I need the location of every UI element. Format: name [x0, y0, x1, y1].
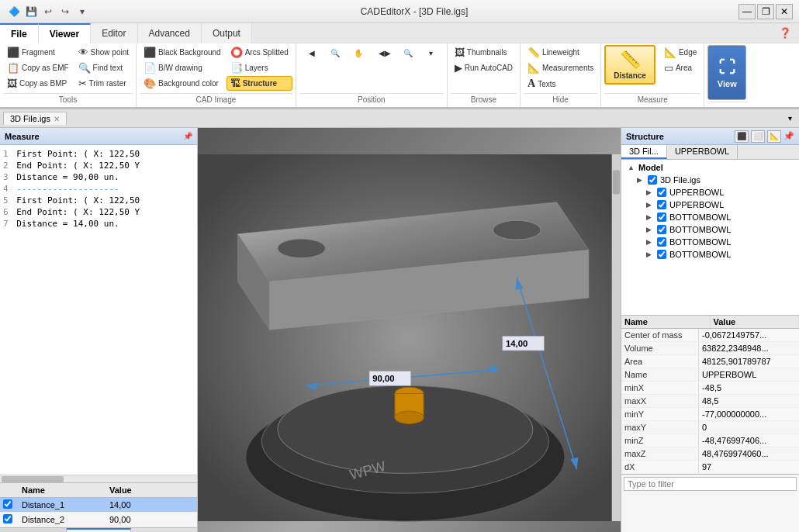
tab-properties[interactable]: ⚙ Properties [0, 528, 67, 532]
filter-input[interactable] [624, 477, 797, 491]
structure-panel: Structure ⬛ ⬜ 📐 📌 3D Fil... UPPERBOWL ▲ … [621, 128, 799, 532]
struct-tab-upper[interactable]: UPPERBOWL [667, 145, 738, 159]
tab-advanced[interactable]: Advanced [138, 23, 202, 43]
row1-checkbox[interactable] [3, 499, 12, 509]
check-upper2[interactable] [657, 200, 666, 209]
table-row[interactable]: Distance_1 14,00 [0, 498, 197, 513]
minimize-button[interactable]: — [738, 4, 756, 19]
show-point-button[interactable]: 👁 Show point [74, 45, 133, 60]
struct-tool-2[interactable]: ⬜ [751, 130, 765, 143]
pos-btn3[interactable]: ✋ [348, 47, 369, 60]
texts-button[interactable]: A Texts [524, 76, 597, 92]
copy-emf-icon: 📋 [7, 62, 19, 74]
prop-row: Name UPPERBOWL [621, 368, 799, 382]
struct-pin-icon[interactable]: 📌 [783, 131, 794, 141]
redo-button[interactable]: ↪ [57, 4, 73, 19]
h-scroll-thumb[interactable] [2, 476, 64, 482]
arcs-button[interactable]: ⭕ Arcs Splitted [227, 45, 292, 60]
tree-view[interactable]: ▲ Model ▶ 3D File.igs ▶ UPPERBOWL ▶ UPPE… [621, 160, 799, 315]
layers-button[interactable]: 📑 Layers [227, 60, 292, 75]
measurements-button[interactable]: 📐 Measurements [524, 60, 597, 75]
cad-col2: ⭕ Arcs Splitted 📑 Layers 🏗 Structure [227, 45, 292, 92]
undo-button[interactable]: ↩ [40, 4, 56, 19]
measure-panel-title: Measure [5, 132, 40, 141]
structure-button[interactable]: 🏗 Structure [227, 76, 292, 91]
area-button[interactable]: ▭ Area [660, 60, 700, 75]
ribbon-tab-row: File Viewer Editor Advanced Output ❓ [0, 23, 799, 43]
thumbnails-button[interactable]: 🖼 Thumbnails [451, 45, 517, 60]
struct-tool-1[interactable]: ⬛ [735, 130, 749, 143]
help-button[interactable]: ❓ [777, 26, 793, 41]
tree-item-bottom1[interactable]: ▶ BOTTOMBOWL [623, 211, 797, 223]
pos-btn5[interactable]: 🔍 [397, 47, 419, 60]
close-button[interactable]: ✕ [776, 4, 793, 19]
tree-item-model[interactable]: ▲ Model [623, 161, 797, 174]
cad-viewport[interactable]: WPW 90,00 14,00 [198, 128, 621, 532]
save-button[interactable]: 💾 [23, 4, 39, 19]
col-value: Value [106, 485, 194, 496]
tree-arrow-bottom2: ▶ [646, 226, 655, 233]
tab-output[interactable]: Output [202, 23, 252, 43]
maximize-button[interactable]: ❐ [757, 4, 774, 19]
bg-color-button[interactable]: 🎨 Background color [140, 76, 225, 91]
check-3dfile[interactable] [648, 175, 657, 185]
structure-icon: 🏗 [230, 78, 240, 89]
app-icon: 🔷 [6, 4, 22, 19]
prop-row: minZ -48,476997406... [621, 434, 799, 447]
pos-btn1[interactable]: ◀ [301, 47, 323, 60]
prop-col-name: Name [621, 316, 711, 328]
tree-item-bottom3[interactable]: ▶ BOTTOMBOWL [623, 236, 797, 248]
run-autocad-button[interactable]: ▶ Run AutoCAD [451, 60, 517, 75]
bg-color-icon: 🎨 [144, 78, 156, 89]
measure-line-7: 7 Distance = 14,00 un. [3, 218, 194, 230]
prop-row: dX 97 [621, 461, 799, 474]
pin-icon[interactable]: 📌 [183, 132, 192, 140]
ribbon: File Viewer Editor Advanced Output ❓ ⬛ F… [0, 23, 799, 109]
pos-btn6[interactable]: ▾ [420, 47, 442, 60]
row2-checkbox[interactable] [3, 514, 12, 523]
check-bottom3[interactable] [657, 237, 666, 247]
bw-drawing-button[interactable]: 📄 B/W drawing [140, 60, 225, 75]
find-text-button[interactable]: 🔍 Find text [74, 60, 133, 75]
check-bottom1[interactable] [657, 212, 666, 222]
lineweight-button[interactable]: 📏 Lineweight [524, 45, 597, 60]
tab-editor[interactable]: Editor [91, 23, 137, 43]
fragment-icon: ⬛ [7, 47, 19, 58]
document-close-icon[interactable]: ✕ [54, 115, 60, 123]
check-upper1[interactable] [657, 188, 666, 197]
tree-item-3dfile[interactable]: ▶ 3D File.igs [623, 174, 797, 186]
tree-arrow-model: ▲ [628, 164, 637, 171]
tools-col2: 👁 Show point 🔍 Find text ✂ Trim raster [74, 45, 133, 92]
browse-col: 🖼 Thumbnails ▶ Run AutoCAD [451, 45, 517, 92]
distance-button[interactable]: 📏 Distance [604, 45, 655, 85]
tree-item-bottom2[interactable]: ▶ BOTTOMBOWL [623, 223, 797, 236]
check-bottom4[interactable] [657, 250, 666, 259]
tab-file[interactable]: File [0, 23, 39, 43]
black-bg-button[interactable]: ⬛ Black Background [140, 45, 225, 60]
tab-measure[interactable]: 📏 Measure [67, 528, 131, 532]
tree-item-upper1[interactable]: ▶ UPPERBOWL [623, 186, 797, 199]
pos-btn2[interactable]: 🔍 [324, 47, 346, 60]
copy-bmp-button[interactable]: 🖼 Copy as BMP [3, 76, 73, 91]
edge-button[interactable]: 📐 Edge [660, 45, 700, 60]
struct-tab-file[interactable]: 3D Fil... [621, 145, 667, 159]
table-row[interactable]: Distance_2 90,00 [0, 513, 197, 527]
measure-group-label: Measure [604, 93, 700, 105]
find-text-icon: 🔍 [78, 62, 91, 74]
fragment-button[interactable]: ⬛ Fragment [3, 45, 73, 60]
measure-h-scrollbar[interactable] [0, 475, 197, 482]
trim-raster-button[interactable]: ✂ Trim raster [74, 76, 133, 91]
view-button[interactable]: ⛶ View [707, 45, 746, 100]
tab-more-button[interactable]: ▾ [783, 112, 796, 125]
struct-tool-3[interactable]: 📐 [767, 130, 781, 143]
title-bar-left: 🔷 💾 ↩ ↪ ▾ [6, 4, 90, 19]
tree-item-upper2[interactable]: ▶ UPPERBOWL [623, 199, 797, 211]
svg-point-4 [278, 239, 326, 258]
copy-emf-button[interactable]: 📋 Copy as EMF [3, 60, 73, 75]
document-tab[interactable]: 3D File.igs ✕ [3, 112, 67, 125]
tree-item-bottom4[interactable]: ▶ BOTTOMBOWL [623, 248, 797, 261]
pos-btn4[interactable]: ◀▶ [374, 47, 396, 60]
check-bottom2[interactable] [657, 225, 666, 234]
tab-viewer[interactable]: Viewer [39, 23, 91, 43]
qat-more-button[interactable]: ▾ [74, 4, 90, 19]
